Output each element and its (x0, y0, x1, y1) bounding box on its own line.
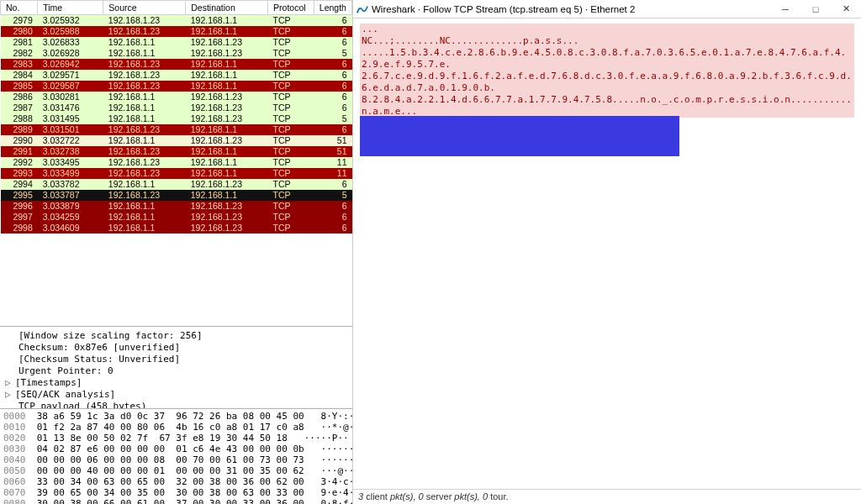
follow-stream-window: Wireshark · Follow TCP Stream (tcp.strea… (353, 0, 861, 504)
col-proto[interactable]: Protocol (268, 1, 314, 15)
detail-line[interactable]: [Checksum Status: Unverified] (18, 354, 347, 365)
packet-row[interactable]: 29983.034609192.168.1.1192.168.1.23TCP6 (1, 223, 352, 234)
chevron-right-icon[interactable]: ▷ (5, 389, 15, 401)
packet-list[interactable]: No. Time Source Destination Protocol Len… (0, 0, 352, 234)
stream-text[interactable]: ... (360, 24, 854, 35)
minimize-button[interactable]: ─ (770, 0, 800, 18)
packet-row[interactable]: 29843.029571192.168.1.23192.168.1.1TCP6 (1, 70, 352, 81)
packet-row[interactable]: 29863.030281192.168.1.1192.168.1.23TCP6 (1, 92, 352, 102)
hex-row[interactable]: 0070 39 00 65 00 34 00 35 00 30 00 38 00… (3, 487, 349, 498)
wireshark-icon (357, 3, 368, 15)
stream-text[interactable]: 2.6.7.c.e.9.d.9.f.1.6.f.2.a.f.e.d.7.6.8.… (360, 71, 854, 94)
hex-row[interactable]: 0020 01 13 8e 00 50 02 7f 67 3f e8 19 30… (3, 433, 349, 444)
detail-line[interactable]: Checksum: 0x87e6 [unverified] (18, 342, 347, 354)
packet-row[interactable]: 29823.026928192.168.1.1192.168.1.23TCP5 (1, 48, 352, 59)
stream-text[interactable]: 8.2.8.4.a.2.2.1.4.d.6.6.7.7.a.1.7.7.9.4.… (360, 94, 854, 118)
packet-row[interactable]: 29853.029587192.168.1.23192.168.1.1TCP6 (1, 81, 352, 92)
packet-row[interactable]: 29893.031501192.168.1.23192.168.1.1TCP6 (1, 124, 352, 135)
hex-row[interactable]: 0080 30 00 38 00 66 00 61 00 37 00 30 00… (3, 498, 349, 505)
hex-row[interactable]: 0050 00 00 00 40 00 00 00 01 00 00 00 31… (3, 465, 349, 476)
maximize-button[interactable]: □ (800, 0, 831, 18)
packet-row[interactable]: 29803.025988192.168.1.23192.168.1.1TCP6 (1, 26, 352, 37)
hex-row[interactable]: 0000 38 a6 59 1c 3a d0 0c 37 96 72 26 ba… (3, 411, 349, 422)
hex-row[interactable]: 0010 01 f2 2a 87 40 00 80 06 4b 16 c0 a8… (3, 422, 349, 433)
col-len[interactable]: Length (314, 1, 351, 15)
col-no[interactable]: No. (1, 1, 38, 15)
packet-details[interactable]: [Window size scaling factor: 256] Checks… (0, 326, 352, 408)
titlebar[interactable]: Wireshark · Follow TCP Stream (tcp.strea… (353, 0, 861, 18)
packet-row[interactable]: 29963.033879192.168.1.1192.168.1.23TCP6 (1, 201, 352, 212)
packet-list-blank (0, 234, 352, 326)
detail-expandable[interactable]: ▷[Timestamps] (5, 377, 347, 389)
main-app-left: No. Time Source Destination Protocol Len… (0, 0, 353, 504)
detail-expandable[interactable]: ▷[SEQ/ACK analysis] (5, 389, 347, 401)
stream-text[interactable]: NC...;........NC.............p.a.s.s... (360, 35, 854, 47)
packet-row[interactable]: 29833.026942192.168.1.23192.168.1.1TCP6 (1, 59, 352, 70)
window-title: Wireshark · Follow TCP Stream (tcp.strea… (372, 4, 770, 14)
status-bar: 3 client pkt(s), 0 server pkt(s), 0 tour… (353, 489, 861, 504)
col-src[interactable]: Source (103, 1, 186, 15)
packet-row[interactable]: 29953.033787192.168.1.23192.168.1.1TCP5 (1, 190, 352, 201)
stream-text[interactable]: .....1.5.b.3.4.c.e.2.8.6.b.9.e.4.5.0.8.c… (360, 47, 854, 71)
packet-row[interactable]: 29813.026833192.168.1.1192.168.1.23TCP6 (1, 37, 352, 48)
packet-row[interactable]: 29973.034259192.168.1.1192.168.1.23TCP6 (1, 212, 352, 223)
detail-line[interactable]: TCP payload (458 bytes) (18, 401, 347, 408)
detail-line[interactable]: Urgent Pointer: 0 (18, 365, 347, 377)
detail-line[interactable]: [Window size scaling factor: 256] (18, 330, 347, 342)
close-button[interactable]: ✕ (831, 0, 861, 18)
col-time[interactable]: Time (38, 1, 103, 15)
packet-list-header[interactable]: No. Time Source Destination Protocol Len… (1, 1, 352, 15)
packet-row[interactable]: 29933.033499192.168.1.23192.168.1.1TCP11 (1, 168, 352, 179)
packet-row[interactable]: 29913.032738192.168.1.23192.168.1.1TCP51 (1, 146, 352, 157)
hex-dump[interactable]: 0000 38 a6 59 1c 3a d0 0c 37 96 72 26 ba… (0, 408, 352, 505)
hex-row[interactable]: 0040 00 00 00 06 00 00 00 08 00 70 00 61… (3, 454, 349, 465)
packet-row[interactable]: 29883.031495192.168.1.1192.168.1.23TCP5 (1, 113, 352, 124)
hex-row[interactable]: 0030 04 02 87 e6 00 00 00 00 01 c6 4e 43… (3, 444, 349, 454)
packet-row[interactable]: 29903.032722192.168.1.1192.168.1.23TCP51 (1, 135, 352, 146)
packet-row[interactable]: 29923.033495192.168.1.23192.168.1.1TCP11 (1, 157, 352, 168)
col-dst[interactable]: Destination (186, 1, 268, 15)
stream-selection[interactable] (360, 116, 679, 156)
packet-row[interactable]: 29793.025932192.168.1.23192.168.1.1TCP6 (1, 15, 352, 27)
packet-row[interactable]: 29943.033782192.168.1.1192.168.1.23TCP6 (1, 179, 352, 190)
packet-row[interactable]: 29873.031476192.168.1.1192.168.1.23TCP6 (1, 102, 352, 113)
stream-content[interactable]: ... NC...;........NC.............p.a.s.s… (353, 18, 861, 489)
chevron-right-icon[interactable]: ▷ (5, 377, 15, 389)
hex-row[interactable]: 0060 33 00 34 00 63 00 65 00 32 00 38 00… (3, 476, 349, 487)
